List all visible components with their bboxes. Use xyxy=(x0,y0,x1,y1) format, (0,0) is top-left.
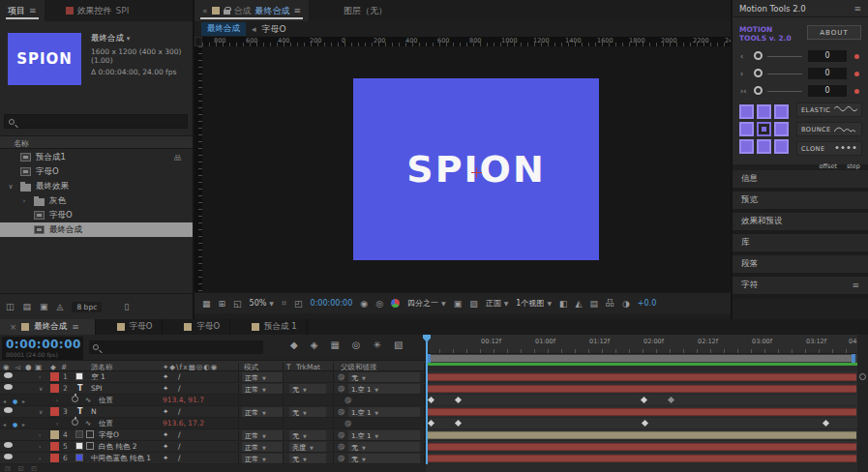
label-color-swatch[interactable] xyxy=(50,454,59,462)
layer-name[interactable]: SPI xyxy=(91,384,103,393)
transparency-grid-icon[interactable]: ▨ xyxy=(469,299,478,309)
blend-mode-select[interactable]: 正常▼ xyxy=(242,372,283,382)
slider-track[interactable] xyxy=(767,56,802,57)
horizontal-ruler[interactable]: 8006004002000200400600800100012001400160… xyxy=(202,37,731,46)
keyframe-icon[interactable] xyxy=(642,420,648,427)
quality-slash-icon[interactable]: / xyxy=(178,442,181,451)
layer-name[interactable]: N xyxy=(91,407,97,416)
quality-slash-icon[interactable]: / xyxy=(178,454,181,462)
solo-column-icon[interactable]: ● xyxy=(25,363,32,371)
vertical-ruler[interactable] xyxy=(195,46,202,292)
zoom-select[interactable]: 50%▼ xyxy=(250,299,274,308)
graph-editor-icon[interactable]: ▧ xyxy=(394,339,403,350)
step-link[interactable]: step xyxy=(847,162,860,170)
layer-duration-bar[interactable] xyxy=(427,373,856,381)
quality-icon[interactable]: ✦ xyxy=(163,372,168,381)
comp-name[interactable]: 最终合成 xyxy=(91,33,124,43)
next-keyframe-icon[interactable]: ▸ xyxy=(22,421,25,428)
timeline-property-row-4[interactable]: ◂●▸›∿位置913.6, 17.2@ xyxy=(0,418,426,429)
timeline-tab-0[interactable]: ×最终合成≡ xyxy=(0,319,96,335)
timeline-tab-1[interactable]: 字母O xyxy=(107,319,164,335)
parent-select[interactable]: 无▼ xyxy=(348,372,420,382)
quality-icon[interactable]: ✦ xyxy=(163,442,168,451)
current-time-display[interactable]: 0:00:00:00 00001 (24.00 fps) xyxy=(2,337,83,360)
comp-mini-flowchart-icon[interactable]: ◆ xyxy=(290,339,298,350)
timeline-layer-row-6[interactable]: ›6中间色蓝色 纯色 1✦/正常▼无▼@无▼ xyxy=(0,453,426,464)
brainstorm-icon[interactable]: ✳ xyxy=(374,339,381,350)
comp-marker-button[interactable] xyxy=(859,373,866,380)
show-snapshot-icon[interactable]: ◎ xyxy=(375,299,383,309)
viewer-timecode[interactable]: 0:00:00:00 xyxy=(311,299,353,308)
property-value[interactable]: 913.4, 91.7 xyxy=(163,396,204,404)
chevron-right-icon[interactable]: › xyxy=(39,431,41,438)
toggle-expand-icon-1[interactable]: ◳ xyxy=(5,464,11,472)
slider-value-field[interactable]: 0 xyxy=(808,50,847,62)
timeline-layer-row-1[interactable]: ›1空 1✦/正常▼@无▼ xyxy=(0,371,426,383)
panel-tab-效果和预设[interactable]: 效果和预设 xyxy=(733,213,868,234)
work-area-bar[interactable] xyxy=(427,354,857,363)
snapshot-icon[interactable]: ◉ xyxy=(360,299,368,309)
panel-menu-icon[interactable]: ≡ xyxy=(853,4,861,14)
channels-icon[interactable] xyxy=(391,299,400,308)
quality-icon[interactable]: ✦ xyxy=(163,407,168,416)
flowchart-icon[interactable]: 品 xyxy=(606,297,614,310)
layout-select[interactable]: 1个视图▼ xyxy=(516,298,552,309)
pick-whip-icon[interactable]: @ xyxy=(338,454,345,462)
anchor-grid-cell-8[interactable] xyxy=(774,139,789,154)
panel-tab-字符[interactable]: 字符≡ xyxy=(733,277,868,298)
blue-solid-layer[interactable]: SPION xyxy=(353,78,599,260)
project-item-最终合成[interactable]: 最终合成 xyxy=(0,222,193,237)
quality-icon[interactable]: ✦ xyxy=(163,430,168,439)
name-column-header[interactable]: 名称 xyxy=(0,135,193,149)
blend-mode-select[interactable]: 正常▼ xyxy=(242,430,283,440)
timeline-property-row-2[interactable]: ◂●▸›∿位置913.4, 91.7@ xyxy=(0,395,426,406)
title-safe-icon[interactable]: ⊞ xyxy=(219,299,226,309)
keyframe-icon[interactable] xyxy=(668,397,674,403)
playhead[interactable] xyxy=(426,335,428,464)
panel-menu-icon[interactable]: ≡ xyxy=(294,6,302,15)
roi-icon[interactable]: ▣ xyxy=(454,299,463,309)
anchor-grid-cell-7[interactable] xyxy=(757,139,771,154)
slider-knob[interactable] xyxy=(754,51,763,60)
timeline-tab-2[interactable]: 字母O xyxy=(174,319,230,335)
slider-track[interactable] xyxy=(767,91,802,92)
quality-icon[interactable]: ✦ xyxy=(163,454,168,462)
comp-thumbnail[interactable]: SPION xyxy=(8,33,81,85)
chevron-right-icon[interactable]: › xyxy=(19,197,29,205)
keyframe-icon[interactable] xyxy=(455,420,462,427)
motion-tools-header[interactable]: Motion Tools 2.0 ≡ xyxy=(733,0,868,17)
chevron-down-icon[interactable]: ∨ xyxy=(6,183,15,191)
trkmat-select[interactable]: 亮度▼ xyxy=(289,442,326,452)
breadcrumb-other[interactable]: 字母O xyxy=(262,23,286,36)
eye-icon[interactable] xyxy=(4,454,13,459)
clone-button[interactable]: CLONE xyxy=(796,141,862,156)
panel-tab-信息[interactable]: 信息 xyxy=(733,170,868,192)
project-bit-depth[interactable]: 8 bpc xyxy=(72,302,102,312)
panel-tab-库[interactable]: 库 xyxy=(733,234,868,255)
grid-icon[interactable]: ⌗ xyxy=(282,298,286,309)
slider-value-field[interactable]: 0 xyxy=(808,85,847,97)
project-item-灰色[interactable]: ›灰色 xyxy=(0,193,193,208)
label-color-swatch[interactable] xyxy=(50,442,59,451)
layer-name[interactable]: 字母O xyxy=(99,430,119,440)
collapse-box-icon[interactable] xyxy=(86,442,94,450)
composition-canvas[interactable]: SPION xyxy=(202,46,731,292)
property-name[interactable]: 位置 xyxy=(99,396,113,405)
fast-preview-icon[interactable]: ◭ xyxy=(576,299,583,309)
trkmat-select[interactable]: 无▼ xyxy=(289,407,326,417)
quality-slash-icon[interactable]: / xyxy=(178,384,181,393)
layer-duration-bar[interactable] xyxy=(427,431,856,439)
parent-select[interactable]: 1.空 1▼ xyxy=(348,430,420,440)
chevron-right-icon[interactable]: › xyxy=(56,397,58,403)
offset-link[interactable]: offset xyxy=(820,162,837,170)
pick-whip-icon[interactable]: @ xyxy=(338,407,345,416)
tab-project[interactable]: 项目 ≡ xyxy=(0,0,45,21)
switches-column-icons[interactable]: ✦◆\fx▦◎◐◉ xyxy=(163,363,218,371)
timeline-search-input[interactable] xyxy=(89,340,263,354)
layer-name[interactable]: 中间色蓝色 纯色 1 xyxy=(91,454,151,463)
pick-whip-icon[interactable]: @ xyxy=(338,384,345,393)
graph-icon[interactable]: ∿ xyxy=(85,396,91,404)
toggle-expand-icon-3[interactable]: ◰ xyxy=(31,464,37,472)
anchor-grid-cell-5[interactable] xyxy=(774,122,789,136)
quality-slash-icon[interactable]: / xyxy=(178,430,181,439)
